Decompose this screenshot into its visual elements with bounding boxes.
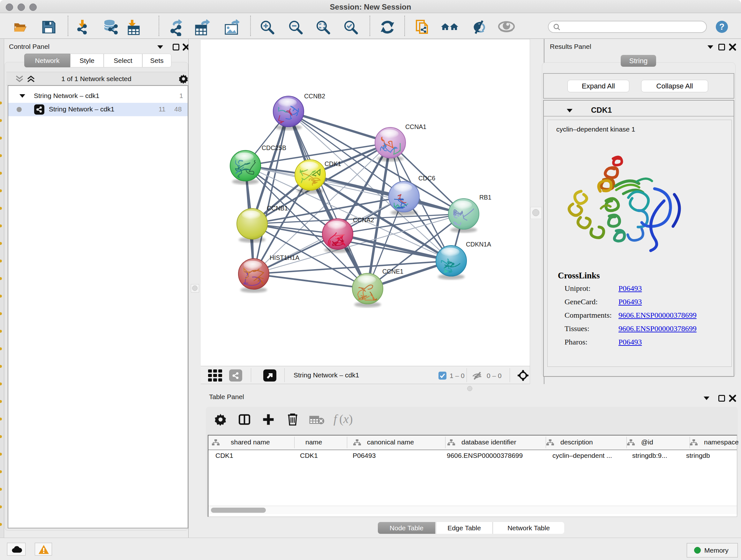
svg-text:CCNA1: CCNA1 xyxy=(405,123,426,130)
svg-text:CDC25B: CDC25B xyxy=(262,144,286,151)
svg-text:CCNA2: CCNA2 xyxy=(353,216,374,224)
svg-text:HIST1H1A: HIST1H1A xyxy=(270,254,299,261)
svg-text:CDC6: CDC6 xyxy=(418,175,435,182)
svg-text:RB1: RB1 xyxy=(479,194,491,201)
svg-text:CCNE1: CCNE1 xyxy=(382,268,403,275)
svg-text:CCNB2: CCNB2 xyxy=(304,92,325,100)
svg-text:CDKN1A: CDKN1A xyxy=(466,241,491,248)
svg-text:CDK1: CDK1 xyxy=(325,160,341,167)
svg-text:CCNB1: CCNB1 xyxy=(267,205,288,212)
